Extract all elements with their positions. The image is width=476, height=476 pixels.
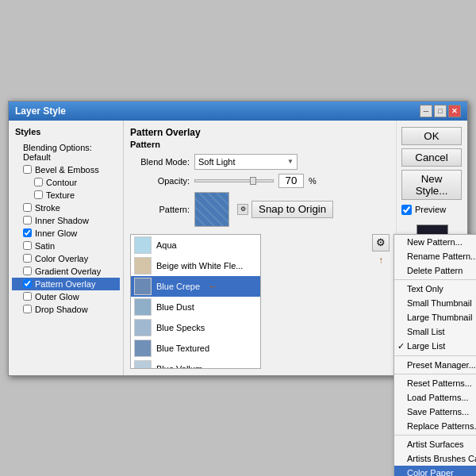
new-style-button[interactable]: New Style... xyxy=(401,170,462,200)
sidebar-item-bevel[interactable]: Bevel & Emboss xyxy=(12,163,120,176)
sidebar-item-pattern-overlay[interactable]: Pattern Overlay xyxy=(12,278,120,290)
menu-item-preset-manager[interactable]: Preset Manager... xyxy=(394,358,476,372)
menu-item-save-patterns[interactable]: Save Patterns... xyxy=(394,405,476,419)
menu-item-artists-brushes[interactable]: Artists Brushes Canvas xyxy=(394,451,476,466)
list-item-selected[interactable]: Blue Crepe ← xyxy=(131,276,260,297)
separator xyxy=(394,279,476,280)
arrow-indicator: ← xyxy=(208,280,218,292)
pattern-name: Blue Crepe xyxy=(156,282,200,291)
sidebar-item-inner-glow[interactable]: Inner Glow xyxy=(12,227,120,240)
styles-header: Styles xyxy=(12,125,120,138)
dialog-body: Styles Blending Options: Default Bevel &… xyxy=(9,121,467,375)
minimize-button[interactable]: ─ xyxy=(420,105,432,117)
sidebar-item-drop-shadow[interactable]: Drop Shadow xyxy=(12,303,120,316)
list-item[interactable]: Blue Specks xyxy=(131,317,260,338)
panel-title: Pattern Overlay xyxy=(130,127,390,138)
inner-shadow-label: Inner Shadow xyxy=(35,216,89,225)
scroll-arrow-up[interactable]: ↑ xyxy=(372,251,390,269)
list-item[interactable]: Blue Textured xyxy=(131,338,260,359)
pattern-overlay-checkbox[interactable] xyxy=(23,279,32,288)
list-item[interactable]: Blue Vellum xyxy=(131,359,260,369)
sidebar-item-satin[interactable]: Satin xyxy=(12,240,120,252)
sidebar-item-contour[interactable]: Contour xyxy=(12,176,120,189)
menu-item-small-list[interactable]: Small List xyxy=(394,324,476,339)
left-panel: Styles Blending Options: Default Bevel &… xyxy=(9,121,124,375)
menu-item-large-thumbnail[interactable]: Large Thumbnail xyxy=(394,310,476,324)
close-button[interactable]: ✕ xyxy=(448,105,461,117)
blending-options-label: Blending Options: Default xyxy=(23,143,117,162)
swatch-blue-vellum xyxy=(134,360,152,369)
opacity-label: Opacity: xyxy=(130,176,190,186)
menu-item-delete-pattern[interactable]: Delete Pattern xyxy=(394,263,476,278)
sidebar-item-gradient-overlay[interactable]: Gradient Overlay xyxy=(12,265,120,278)
swatch-blue-dust xyxy=(134,298,152,316)
pattern-name: Blue Specks xyxy=(156,323,205,332)
dialog-title: Layer Style xyxy=(15,106,66,117)
separator xyxy=(394,355,476,356)
pattern-preview-swatch[interactable] xyxy=(194,192,229,227)
pattern-name: Beige with White Fle... xyxy=(156,261,243,271)
gradient-overlay-checkbox[interactable] xyxy=(23,267,32,275)
sidebar-item-stroke[interactable]: Stroke xyxy=(12,202,120,214)
sidebar-item-outer-glow[interactable]: Outer Glow xyxy=(12,290,120,303)
cancel-button[interactable]: Cancel xyxy=(401,148,462,167)
pattern-label: Pattern: xyxy=(130,205,190,214)
list-item[interactable]: Aqua xyxy=(131,235,260,255)
menu-item-reset-patterns[interactable]: Reset Patterns... xyxy=(394,376,476,390)
outer-glow-checkbox[interactable] xyxy=(23,292,32,301)
blend-mode-select[interactable]: Soft Light ▼ xyxy=(194,154,298,170)
color-overlay-label: Color Overlay xyxy=(35,254,88,263)
swatch-blue-crepe xyxy=(134,278,152,295)
blend-mode-label: Blend Mode: xyxy=(130,157,190,167)
menu-item-artist-surfaces[interactable]: Artist Surfaces xyxy=(394,437,476,451)
inner-glow-label: Inner Glow xyxy=(35,228,77,238)
sidebar-item-inner-shadow[interactable]: Inner Shadow xyxy=(12,214,120,227)
menu-item-small-thumbnail[interactable]: Small Thumbnail xyxy=(394,296,476,310)
blend-mode-value: Soft Light xyxy=(198,157,235,167)
maximize-button[interactable]: □ xyxy=(434,105,447,117)
stroke-checkbox[interactable] xyxy=(23,203,32,212)
list-item[interactable]: Blue Dust xyxy=(131,297,260,317)
pattern-options-btn[interactable]: ⚙ xyxy=(237,204,248,215)
menu-item-load-patterns[interactable]: Load Patterns... xyxy=(394,390,476,405)
list-item[interactable]: Beige with White Fle... xyxy=(131,255,260,276)
inner-glow-checkbox[interactable] xyxy=(23,228,32,237)
texture-checkbox[interactable] xyxy=(34,190,43,199)
drop-shadow-label: Drop Shadow xyxy=(35,305,88,314)
blend-mode-row: Blend Mode: Soft Light ▼ xyxy=(130,154,390,170)
title-bar-buttons: ─ □ ✕ xyxy=(420,105,461,117)
ok-button[interactable]: OK xyxy=(401,127,462,145)
gradient-overlay-label: Gradient Overlay xyxy=(35,267,101,276)
menu-item-text-only[interactable]: Text Only xyxy=(394,282,476,296)
opacity-slider[interactable] xyxy=(194,179,274,182)
swatch-blue-specks xyxy=(134,319,152,336)
menu-item-color-paper[interactable]: Color Paper xyxy=(394,466,476,477)
contour-checkbox[interactable] xyxy=(34,178,43,186)
blending-options[interactable]: Blending Options: Default xyxy=(12,141,120,163)
main-panel: Pattern Overlay Pattern Blend Mode: Soft… xyxy=(124,121,396,375)
bevel-checkbox[interactable] xyxy=(23,165,32,174)
layer-style-dialog: Layer Style ─ □ ✕ Styles Blending Option… xyxy=(8,101,468,376)
opacity-thumb[interactable] xyxy=(250,177,256,185)
menu-item-large-list[interactable]: Large List xyxy=(394,339,476,354)
pattern-list[interactable]: Aqua Beige with White Fle... Blue Crepe … xyxy=(130,234,261,369)
blend-mode-arrow: ▼ xyxy=(287,158,294,165)
preview-checkbox[interactable] xyxy=(401,205,412,215)
menu-item-new-pattern[interactable]: New Pattern... xyxy=(394,235,476,249)
swatch-blue-textured xyxy=(134,340,152,357)
opacity-input[interactable] xyxy=(278,174,304,188)
pattern-overlay-label: Pattern Overlay xyxy=(35,279,95,289)
gear-button[interactable]: ⚙ xyxy=(372,234,390,251)
stroke-label: Stroke xyxy=(35,203,60,213)
sidebar-item-texture[interactable]: Texture xyxy=(12,189,120,202)
satin-checkbox[interactable] xyxy=(23,241,32,250)
drop-shadow-checkbox[interactable] xyxy=(23,305,32,313)
color-overlay-checkbox[interactable] xyxy=(23,254,32,263)
menu-item-replace-patterns[interactable]: Replace Patterns... xyxy=(394,419,476,433)
inner-shadow-checkbox[interactable] xyxy=(23,216,32,225)
sidebar-item-color-overlay[interactable]: Color Overlay xyxy=(12,252,120,265)
snap-to-origin-button[interactable]: Snap to Origin xyxy=(251,201,333,218)
menu-item-rename-pattern[interactable]: Rename Pattern... xyxy=(394,249,476,263)
contour-label: Contour xyxy=(46,178,77,187)
dropdown-menu: New Pattern... Rename Pattern... Delete … xyxy=(393,234,476,477)
